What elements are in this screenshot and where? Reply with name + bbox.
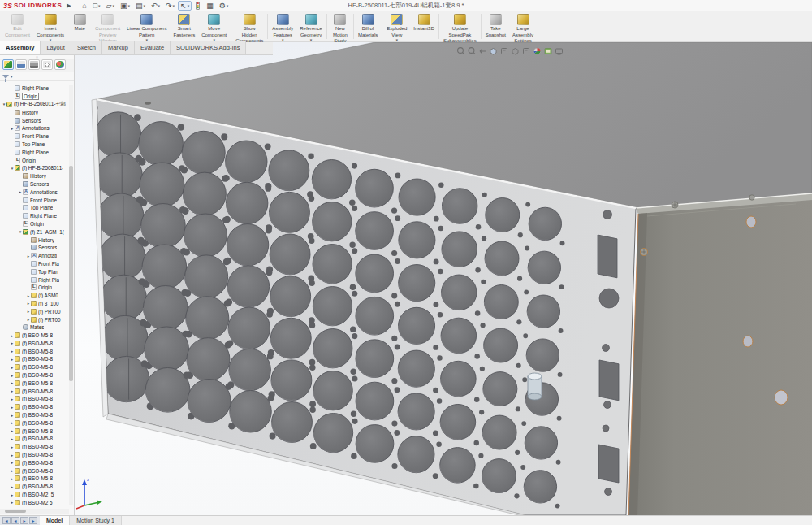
tree-item-origin[interactable]: Origin: [0, 156, 69, 164]
graphics-area[interactable]: z: [75, 42, 812, 515]
tab-assembly[interactable]: Assembly: [0, 41, 41, 54]
tree-item--f-bso-m5-8[interactable]: ▸(f) BSO-M5-8: [0, 403, 69, 411]
tree-item--f-hf-b-2508011-[interactable]: ▾(f) HF-B-2508011-七部: [0, 101, 69, 109]
tree-item--f-bso-m5-8[interactable]: ▸(f) BSO-M5-8: [0, 363, 69, 371]
highlighted-component[interactable]: [528, 373, 542, 400]
tree-item-annotati[interactable]: ▸Annotati: [0, 252, 69, 260]
exploded-view-button[interactable]: ExplodedView▾: [383, 11, 410, 41]
tree-item-mates[interactable]: Mates: [0, 323, 69, 332]
tree-item-annotations[interactable]: ▸Annotations: [0, 124, 69, 132]
tab-layout[interactable]: Layout: [41, 41, 71, 54]
tree-item--f-asm0[interactable]: ▸(f) ASM0: [0, 292, 69, 300]
tree-item--f-bso-m5-8[interactable]: ▸(f) BSO-M5-8: [0, 475, 69, 483]
home-icon[interactable]: ⌂: [80, 1, 90, 11]
print-icon[interactable]: ▤▾: [133, 1, 148, 11]
tree-item--f-bso-m5-8[interactable]: ▸(f) BSO-M5-8: [0, 458, 69, 466]
rebuild-icon[interactable]: [192, 1, 203, 11]
tree-item-sensors[interactable]: Sensors: [0, 244, 69, 252]
tree-item-front-plane[interactable]: Front Plane: [0, 196, 69, 204]
configurationmanager-icon[interactable]: [28, 59, 40, 70]
tree-item-origin[interactable]: Origin: [0, 93, 69, 101]
large-assembly-settings-button[interactable]: LargeAssemblySettings: [509, 11, 537, 41]
tree-item--f-bso-m5-8[interactable]: ▸(f) BSO-M5-8: [0, 466, 69, 475]
instant3d-button[interactable]: Instant3D: [410, 11, 438, 41]
assembly-features-button[interactable]: AssemblyFeatures▾: [269, 11, 296, 41]
select-icon[interactable]: ↖▾: [178, 1, 192, 11]
propertymanager-icon[interactable]: [15, 59, 27, 70]
tree-item-history[interactable]: History: [0, 172, 69, 180]
tree-item-right-pla[interactable]: Right Pla: [0, 276, 69, 284]
tree-item-history[interactable]: History: [0, 108, 69, 116]
insert-components-button[interactable]: InsertComponents▾: [33, 11, 67, 41]
tree-item--f-prt00[interactable]: ▸(f) PRT00: [0, 307, 69, 315]
tree-item-sensors[interactable]: Sensors: [0, 116, 69, 124]
tree-item--f-bso-m5-8[interactable]: ▸(f) BSO-M5-8: [0, 443, 69, 451]
study-nav-1[interactable]: ◄: [11, 517, 19, 524]
tab-motion-study-1[interactable]: Motion Study 1: [70, 516, 122, 525]
tree-item--f-bso-m5-8[interactable]: ▸(f) BSO-M5-8: [0, 451, 69, 459]
study-nav-2[interactable]: ►: [20, 517, 28, 524]
file-properties-icon[interactable]: ▦: [204, 1, 216, 11]
filter-funnel-icon[interactable]: [2, 75, 9, 79]
tree-item--f-bso-m5-8[interactable]: ▸(f) BSO-M5-8: [0, 371, 69, 380]
show-hidden-components-button[interactable]: ShowHiddenComponents: [232, 11, 266, 41]
mate-button[interactable]: Mate: [67, 11, 92, 41]
tree-item--f-bso-m5-8[interactable]: ▸(f) BSO-M5-8: [0, 347, 69, 355]
tree-item-right-plane[interactable]: Right Plane: [0, 148, 69, 156]
tree-item--f-prt00[interactable]: ▸(f) PRT00: [0, 315, 69, 323]
tree-item-origin[interactable]: Origin: [0, 220, 69, 228]
tree-item-origin[interactable]: Origin: [0, 284, 69, 292]
new-motion-study-button[interactable]: NewMotionStudy: [328, 11, 352, 41]
tree-item-front-plane[interactable]: Front Plane: [0, 132, 69, 141]
tree-item-annotations[interactable]: ▸Annotations: [0, 188, 69, 196]
move-component-button[interactable]: MoveComponent▾: [198, 11, 230, 41]
tree-item--f-bso-m5-8[interactable]: ▸(f) BSO-M5-8: [0, 435, 69, 443]
tab-model[interactable]: Model: [40, 516, 70, 525]
tree-item--f-bso-m5-8[interactable]: ▸(f) BSO-M5-8: [0, 387, 69, 395]
tree-item--f-z1-asm-1-[interactable]: ▾(f) Z1_ASM_1(: [0, 228, 69, 236]
undo-icon[interactable]: ↶▾: [149, 1, 162, 11]
redo-icon[interactable]: ↷▾: [163, 1, 177, 11]
tree-item-top-plan[interactable]: Top Plan: [0, 267, 69, 276]
edit-component-button[interactable]: EditComponent: [2, 11, 33, 41]
smart-fasteners-button[interactable]: SmartFasteners: [170, 11, 198, 41]
tree-item--f-bso-m5-8[interactable]: ▸(f) BSO-M5-8: [0, 332, 69, 340]
tree-item--f-bso-m5-8[interactable]: ▸(f) BSO-M5-8: [0, 483, 69, 491]
tree-item--f-bso-m5-8[interactable]: ▸(f) BSO-M5-8: [0, 340, 69, 348]
tree-item--f-bso-m2-5[interactable]: ▸(f) BSO-M2_5: [0, 491, 69, 499]
tree-item--f-3-100[interactable]: ▸(f) 3_100: [0, 300, 69, 308]
displaymanager-icon[interactable]: [54, 59, 66, 70]
take-snapshot-button[interactable]: TakeSnapshot: [482, 11, 509, 41]
tree-item-right-plane[interactable]: Right Plane: [0, 85, 69, 93]
update-speedpak-subassemblies-button[interactable]: UpdateSpeedPakSubassemblies: [440, 11, 480, 41]
bill-of-materials-button[interactable]: Bill ofMaterials: [355, 11, 381, 41]
tree-item--f-bso-m2-5[interactable]: ▸(f) BSO-M2 5: [0, 498, 69, 506]
tree-item--f-bso-m5-8[interactable]: ▸(f) BSO-M5-8: [0, 411, 69, 419]
tree-item-top-plane[interactable]: Top Plane: [0, 204, 69, 212]
tab-solidworks-add-ins[interactable]: SOLIDWORKS Add-Ins: [171, 41, 246, 54]
model-right-face[interactable]: [628, 200, 812, 515]
tree-item-front-pla[interactable]: Front Pla: [0, 260, 69, 268]
tree-item--f-bso-m5-8[interactable]: ▸(f) BSO-M5-8: [0, 355, 69, 363]
logo-flyout-icon[interactable]: ▶: [67, 2, 71, 9]
linear-component-pattern-button[interactable]: Linear ComponentPattern▾: [123, 11, 170, 41]
tab-sketch[interactable]: Sketch: [71, 41, 102, 54]
filter-caret-icon[interactable]: ▾: [11, 74, 13, 79]
study-nav-3[interactable]: ►: [29, 517, 37, 524]
featuremanager-tree-icon[interactable]: [2, 59, 14, 70]
tree-item-sensors[interactable]: Sensors: [0, 180, 69, 189]
tree-item-top-plane[interactable]: Top Plane: [0, 141, 69, 149]
open-icon[interactable]: ▱▾: [103, 1, 116, 11]
options-icon[interactable]: ⚙▾: [217, 1, 231, 11]
study-nav-0[interactable]: ◄: [2, 517, 11, 524]
tree-item--f-bso-m5-8[interactable]: ▸(f) BSO-M5-8: [0, 427, 69, 435]
tree-item--f-bso-m5-8[interactable]: ▸(f) BSO-M5-8: [0, 379, 69, 387]
tree-vertical-scrollbar[interactable]: [69, 85, 73, 505]
tree-item--f-bso-m5-8[interactable]: ▸(f) BSO-M5-8: [0, 395, 69, 403]
tree-item--f-bso-m5-8[interactable]: ▸(f) BSO-M5-8: [0, 419, 69, 427]
dimxpertmanager-icon[interactable]: [41, 59, 53, 70]
tab-markup[interactable]: Markup: [102, 41, 135, 54]
tree-item--f-hf-b-2508011-[interactable]: ▾(f) HF-B-2508011-: [0, 164, 69, 172]
new-document-icon[interactable]: □▾: [91, 1, 103, 11]
tree-item-right-plane[interactable]: Right Plane: [0, 212, 69, 220]
